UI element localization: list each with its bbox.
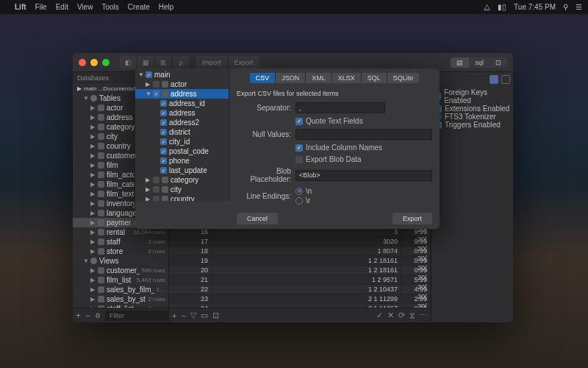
menu-tools[interactable]: Tools xyxy=(101,3,118,11)
export-tab-csv[interactable]: CSV xyxy=(250,73,276,83)
view-mode-data[interactable]: ▤ xyxy=(451,57,469,68)
export-tab-sqlite[interactable]: SQLite xyxy=(387,73,420,83)
sidebar-item[interactable]: ▶staff2 rows xyxy=(73,237,168,247)
export-tab-json[interactable]: JSON xyxy=(276,73,306,83)
blob-placeholder-input[interactable] xyxy=(295,170,432,181)
export-tree-item[interactable]: ▼✓main xyxy=(135,70,229,79)
db-option-checkbox[interactable]: ✓Extensions Enabled xyxy=(434,105,510,113)
sidebar-item[interactable]: ▶sales_by_store2 rows xyxy=(73,294,168,304)
wifi-icon[interactable]: ⧋ xyxy=(484,3,490,12)
menu-edit[interactable]: Edit xyxy=(56,3,68,11)
view-mode-sql[interactable]: sql xyxy=(469,57,490,68)
add-button[interactable]: + xyxy=(76,311,81,321)
export-tree-item[interactable]: ▶city xyxy=(135,185,229,194)
view-mode-chart[interactable]: ⊡ xyxy=(490,57,507,68)
battery-icon[interactable]: ▮▯ xyxy=(498,3,506,11)
line-ending-n-radio[interactable]: \n xyxy=(295,187,312,195)
export-form: CSVJSONXMLXLSXSQLSQLite Export CSV files… xyxy=(229,68,440,229)
export-blob-checkbox[interactable]: Export Blob Data xyxy=(295,155,362,163)
export-tree: ▼✓main▶actor▼✓address✓address_id✓address… xyxy=(135,68,229,201)
table-row[interactable]: 211 2 95715.99 20( xyxy=(169,275,431,285)
menu-create[interactable]: Create xyxy=(128,3,150,11)
export-tab-xml[interactable]: XML xyxy=(306,73,332,83)
import-button[interactable]: Import xyxy=(196,56,227,69)
null-values-input[interactable] xyxy=(295,129,432,140)
grid-history-icon[interactable]: ⧖ xyxy=(409,311,415,320)
toolbar-grid-button[interactable]: ▦ xyxy=(137,56,154,69)
export-tree-item[interactable]: ✓address2 xyxy=(135,118,229,127)
export-format-tabs: CSVJSONXMLXLSXSQLSQLite xyxy=(250,73,420,83)
grid-footer: + − ▽ ▭ ⊡ ✓ ✕ ⟳ ⧖ ⋯ xyxy=(169,308,431,322)
sidebar-item[interactable]: ▶customer_list599 rows xyxy=(73,266,168,275)
clock[interactable]: Tue 7:45 PM xyxy=(514,3,556,11)
line-endings-label: Line Endings: xyxy=(237,192,291,200)
sidebar-item[interactable]: ▶film_list5,462 rows xyxy=(73,275,168,285)
view-mode-segment: ▤ sql ⊡ xyxy=(451,57,507,68)
export-tree-item[interactable]: ✓phone xyxy=(135,156,229,166)
export-tree-item[interactable]: ✓postal_code xyxy=(135,146,229,156)
line-ending-r-radio[interactable]: \r xyxy=(295,197,312,205)
search-icon[interactable]: ⚲ xyxy=(563,3,568,11)
export-confirm-button[interactable]: Export xyxy=(392,213,432,224)
include-columns-checkbox[interactable]: ✓Include Column Names xyxy=(295,144,382,152)
sidebar-group[interactable]: ▼Views xyxy=(73,256,168,266)
menubar: Lift File Edit View Tools Create Help ⧋ … xyxy=(0,0,588,14)
options-panel: ✓Foreign Keys Enabled✓Extensions Enabled… xyxy=(431,72,513,322)
export-tree-item[interactable]: ▶actor xyxy=(135,79,229,89)
grid-columns-icon[interactable]: ▭ xyxy=(201,311,208,320)
table-row[interactable]: 181 80740.99 20( xyxy=(169,247,431,256)
grid-remove-row[interactable]: − xyxy=(181,311,185,320)
blob-placeholder-label: Blob Placeholder: xyxy=(237,167,291,183)
app-name[interactable]: Lift xyxy=(15,3,26,11)
export-dialog: ▼✓main▶actor▼✓address✓address_id✓address… xyxy=(135,68,440,229)
separator-label: Separator: xyxy=(237,104,291,112)
table-row[interactable]: 201 2 181610.99 20( xyxy=(169,266,431,275)
table-row[interactable]: 232 1 112992.99 20( xyxy=(169,294,431,304)
toolbar-structure-button[interactable]: ⊞ xyxy=(155,56,171,69)
grid-revert-icon[interactable]: ✕ xyxy=(387,311,394,320)
toolbar-query-button[interactable]: ρ xyxy=(173,56,189,69)
export-tree-item[interactable]: ▶category xyxy=(135,175,229,185)
db-option-checkbox[interactable]: ✓Triggers Enabled xyxy=(434,121,510,129)
control-center-icon[interactable]: ☰ xyxy=(576,3,582,11)
grid-add-row[interactable]: + xyxy=(172,311,176,320)
export-tree-item[interactable]: ✓last_update xyxy=(135,166,229,175)
sidebar-footer: + − ⚙ xyxy=(73,308,168,322)
menu-view[interactable]: View xyxy=(77,3,93,11)
panel-mode-b[interactable] xyxy=(501,75,510,84)
table-row[interactable]: 191 2 181610.99 20( xyxy=(169,256,431,266)
menu-help[interactable]: Help xyxy=(159,3,174,11)
export-tree-item[interactable]: ✓address xyxy=(135,108,229,118)
null-values-label: Null Values: xyxy=(237,130,291,138)
remove-button[interactable]: − xyxy=(85,311,90,321)
separator-input[interactable] xyxy=(295,102,385,113)
export-tree-item[interactable]: ✓district xyxy=(135,127,229,137)
export-button[interactable]: Export xyxy=(229,56,259,69)
export-tree-item[interactable]: ✓address_id xyxy=(135,99,229,108)
sidebar-item[interactable]: ▶sales_by_film_category1… xyxy=(73,285,168,294)
menu-file[interactable]: File xyxy=(35,3,47,11)
export-tab-sql[interactable]: SQL xyxy=(362,73,387,83)
db-option-checkbox[interactable]: FTS3 Tokenizer xyxy=(434,113,510,121)
grid-view-icon[interactable]: ⊡ xyxy=(212,311,219,320)
export-tree-item[interactable]: ▶country xyxy=(135,194,229,201)
table-row[interactable]: 1730209.99 20( xyxy=(169,237,431,247)
zoom-window-button[interactable] xyxy=(102,59,110,66)
grid-commit-icon[interactable]: ✓ xyxy=(376,311,383,320)
quote-text-checkbox[interactable]: ✓Quote Text Fields xyxy=(295,117,363,125)
export-cancel-button[interactable]: Cancel xyxy=(237,213,278,224)
export-tree-item[interactable]: ▼✓address xyxy=(135,89,229,99)
export-tab-xlsx[interactable]: XLSX xyxy=(332,73,362,83)
table-row[interactable]: 221 2 104374.99 20( xyxy=(169,285,431,294)
sidebar-item[interactable]: ▶store2 rows xyxy=(73,247,168,256)
panel-mode-a[interactable] xyxy=(490,75,498,84)
grid-filter-icon[interactable]: ▽ xyxy=(190,311,196,320)
minimize-window-button[interactable] xyxy=(90,59,98,66)
toolbar-back-button[interactable]: ◧ xyxy=(120,56,136,69)
grid-more-icon[interactable]: ⋯ xyxy=(420,311,428,320)
db-option-checkbox[interactable]: ✓Foreign Keys Enabled xyxy=(434,88,510,105)
filter-input[interactable] xyxy=(105,311,169,321)
export-tree-item[interactable]: ✓city_id xyxy=(135,137,229,146)
grid-refresh-icon[interactable]: ⟳ xyxy=(398,311,405,320)
close-window-button[interactable] xyxy=(79,59,86,66)
